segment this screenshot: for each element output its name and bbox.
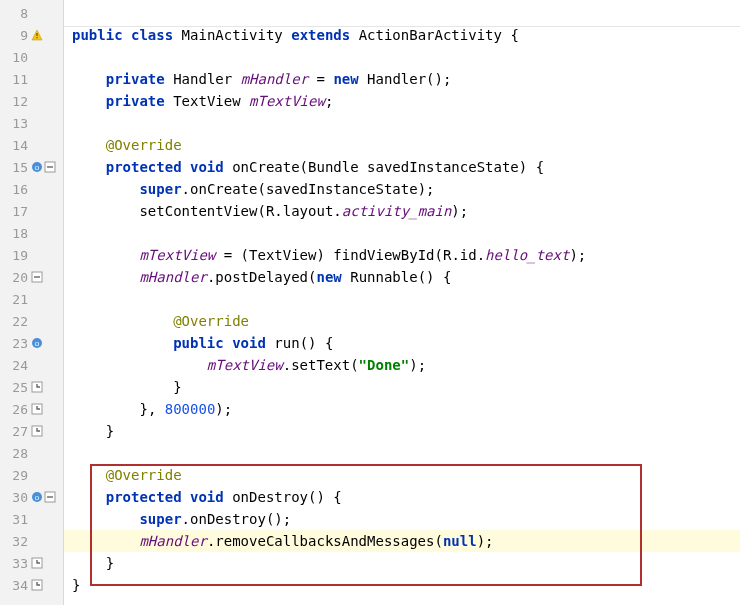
- gutter-row: 30o: [0, 486, 63, 508]
- code-line: [64, 288, 740, 310]
- gutter-icons: [31, 579, 59, 591]
- code-line: [64, 112, 740, 134]
- code-line: }: [64, 552, 740, 574]
- svg-text:o: o: [35, 339, 40, 348]
- fold-close-icon[interactable]: [31, 403, 43, 415]
- gutter: 89101112131415o1617181920212223o24252627…: [0, 0, 64, 605]
- gutter-icons: o: [31, 337, 59, 349]
- fold-close-icon[interactable]: [31, 557, 43, 569]
- line-number: 12: [4, 94, 28, 109]
- line-number: 25: [4, 380, 28, 395]
- code-line: mTextView.setText("Done");: [64, 354, 740, 376]
- code-line-highlighted: mHandler.removeCallbacksAndMessages(null…: [64, 530, 740, 552]
- code-line: }: [64, 376, 740, 398]
- svg-text:o: o: [35, 493, 40, 502]
- fold-open-icon[interactable]: [31, 271, 43, 283]
- gutter-row: 26: [0, 398, 63, 420]
- gutter-row: 18: [0, 222, 63, 244]
- gutter-icons: [31, 271, 59, 283]
- code-line: [64, 222, 740, 244]
- code-line: protected void onDestroy() {: [64, 486, 740, 508]
- line-number: 11: [4, 72, 28, 87]
- gutter-row: 25: [0, 376, 63, 398]
- gutter-row: 13: [0, 112, 63, 134]
- line-number: 27: [4, 424, 28, 439]
- gutter-row: 23o: [0, 332, 63, 354]
- gutter-row: 14: [0, 134, 63, 156]
- line-number: 19: [4, 248, 28, 263]
- gutter-row: 29: [0, 464, 63, 486]
- svg-rect-1: [36, 33, 37, 36]
- gutter-row: 28: [0, 442, 63, 464]
- code-line: setContentView(R.layout.activity_main);: [64, 200, 740, 222]
- line-number: 15: [4, 160, 28, 175]
- code-line: mHandler.postDelayed(new Runnable() {: [64, 266, 740, 288]
- code-line: mTextView = (TextView) findViewById(R.id…: [64, 244, 740, 266]
- line-number: 17: [4, 204, 28, 219]
- line-number: 8: [4, 6, 28, 21]
- gutter-icons: [31, 425, 59, 437]
- line-number: 9: [4, 28, 28, 43]
- code-line: super.onDestroy();: [64, 508, 740, 530]
- gutter-row: 8: [0, 2, 63, 24]
- code-line: @Override: [64, 464, 740, 486]
- gutter-icons: o: [31, 161, 59, 173]
- line-number: 33: [4, 556, 28, 571]
- code-line: [64, 442, 740, 464]
- gutter-row: 32: [0, 530, 63, 552]
- line-number: 30: [4, 490, 28, 505]
- gutter-row: 11: [0, 68, 63, 90]
- code-line: }, 800000);: [64, 398, 740, 420]
- code-area[interactable]: public class MainActivity extends Action…: [64, 0, 740, 605]
- code-line: }: [64, 420, 740, 442]
- line-number: 21: [4, 292, 28, 307]
- fold-close-icon[interactable]: [31, 579, 43, 591]
- line-number: 24: [4, 358, 28, 373]
- gutter-row: 34: [0, 574, 63, 596]
- fold-open-icon[interactable]: [44, 161, 56, 173]
- gutter-row: 31: [0, 508, 63, 530]
- code-line: private Handler mHandler = new Handler()…: [64, 68, 740, 90]
- gutter-row: 17: [0, 200, 63, 222]
- gutter-row: 16: [0, 178, 63, 200]
- gutter-row: 12: [0, 90, 63, 112]
- gutter-row: 33: [0, 552, 63, 574]
- code-line: public class MainActivity extends Action…: [64, 24, 740, 46]
- warning-icon: [31, 29, 43, 41]
- gutter-row: 27: [0, 420, 63, 442]
- gutter-icons: [31, 403, 59, 415]
- gutter-icons: [31, 381, 59, 393]
- override-icon[interactable]: o: [31, 491, 43, 503]
- gutter-row: 19: [0, 244, 63, 266]
- line-number: 18: [4, 226, 28, 241]
- svg-text:o: o: [35, 163, 40, 172]
- code-line: @Override: [64, 134, 740, 156]
- code-line: }: [64, 574, 740, 596]
- gutter-row: 24: [0, 354, 63, 376]
- gutter-icons: o: [31, 491, 59, 503]
- line-number: 32: [4, 534, 28, 549]
- line-number: 14: [4, 138, 28, 153]
- gutter-row: 22: [0, 310, 63, 332]
- override-icon[interactable]: o: [31, 161, 43, 173]
- line-number: 22: [4, 314, 28, 329]
- fold-close-icon[interactable]: [31, 425, 43, 437]
- code-line: protected void onCreate(Bundle savedInst…: [64, 156, 740, 178]
- svg-rect-2: [36, 37, 37, 38]
- line-number: 20: [4, 270, 28, 285]
- code-line: [64, 2, 740, 24]
- code-line: private TextView mTextView;: [64, 90, 740, 112]
- code-line: super.onCreate(savedInstanceState);: [64, 178, 740, 200]
- line-number: 23: [4, 336, 28, 351]
- fold-open-icon[interactable]: [44, 491, 56, 503]
- line-number: 28: [4, 446, 28, 461]
- gutter-icons: [31, 29, 59, 41]
- fold-close-icon[interactable]: [31, 381, 43, 393]
- line-number: 13: [4, 116, 28, 131]
- gutter-icons: [31, 557, 59, 569]
- line-number: 10: [4, 50, 28, 65]
- override-icon[interactable]: o: [31, 337, 43, 349]
- gutter-row: 15o: [0, 156, 63, 178]
- header-divider: [64, 26, 740, 27]
- line-number: 26: [4, 402, 28, 417]
